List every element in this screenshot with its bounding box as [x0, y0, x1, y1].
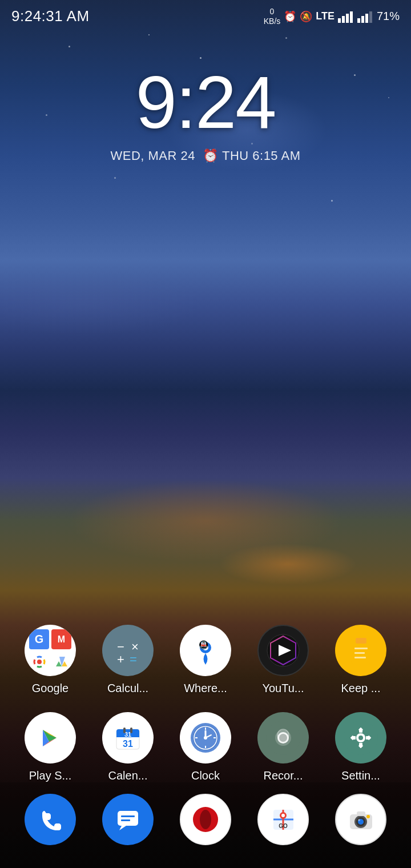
svg-text:31: 31	[123, 739, 133, 749]
svg-rect-27	[354, 657, 366, 658]
svg-point-75	[200, 810, 211, 829]
svg-rect-2	[346, 14, 349, 23]
status-icons: 0KB/s ⏰ 🔕 LTE 71%	[264, 7, 400, 26]
calendar-app[interactable]: 31 31 Calen...	[95, 712, 161, 782]
svg-rect-39	[123, 728, 126, 733]
google-app[interactable]: G M	[18, 625, 83, 695]
battery-level: 71%	[377, 10, 400, 23]
camera-dock[interactable]	[335, 794, 386, 845]
svg-text:🚇: 🚇	[199, 640, 209, 650]
messages-dock[interactable]	[102, 794, 154, 845]
svg-rect-3	[350, 11, 353, 23]
svg-marker-70	[119, 826, 126, 830]
youtube-app[interactable]: YouTu...	[251, 625, 316, 695]
svg-text:GO: GO	[279, 823, 288, 829]
svg-rect-7	[369, 11, 372, 23]
status-bar: 9:24:31 AM 0KB/s ⏰ 🔕 LTE 71%	[0, 0, 411, 31]
svg-point-52	[204, 736, 207, 740]
svg-point-89	[366, 815, 370, 818]
whereis-app[interactable]: 🚇 Where...	[173, 625, 239, 695]
settings-label: Settin...	[341, 769, 380, 782]
svg-point-87	[358, 819, 360, 821]
recorder-label: Recor...	[264, 769, 303, 782]
google-label: Google	[32, 682, 69, 695]
mute-icon: 🔕	[300, 10, 312, 23]
google-icon: G M	[25, 625, 76, 676]
recorder-icon	[257, 712, 309, 763]
settings-icon	[335, 712, 386, 763]
youtube-icon	[257, 625, 309, 676]
opera-icon	[180, 794, 231, 845]
svg-point-60	[358, 736, 363, 740]
phone-dock[interactable]	[25, 794, 76, 845]
svg-text:+: +	[117, 652, 124, 666]
calculator-label: Calcul...	[107, 682, 148, 695]
calculator-app[interactable]: − × + = Calcul...	[95, 625, 161, 695]
clock-display: 9:24 WED, MAR 24 ⏰ THU 6:15 AM	[0, 31, 411, 163]
svg-rect-72	[121, 819, 130, 821]
svg-rect-69	[118, 811, 138, 826]
opera-dock[interactable]	[180, 794, 231, 845]
svg-rect-88	[357, 811, 365, 816]
svg-rect-5	[361, 16, 364, 23]
app-row-1: G M	[11, 625, 400, 695]
clock-app-icon	[180, 712, 231, 763]
calculator-icon: − × + =	[102, 625, 154, 676]
settings-app[interactable]: Settin...	[328, 712, 394, 782]
alarm-icon: ⏰	[284, 10, 296, 23]
clock-date: WED, MAR 24 ⏰ THU 6:15 AM	[0, 148, 411, 163]
messages-icon	[102, 794, 154, 845]
clock-app[interactable]: Clock	[173, 712, 239, 782]
svg-rect-26	[354, 652, 365, 654]
opera-go-icon: GO	[257, 794, 309, 845]
playstore-app[interactable]: Play S...	[18, 712, 83, 782]
signal-bars	[338, 10, 354, 23]
svg-point-80	[281, 814, 285, 817]
phone-icon	[25, 794, 76, 845]
playstore-icon	[25, 712, 76, 763]
lte-label: LTE	[316, 10, 335, 22]
opera-go-dock[interactable]: GO	[257, 794, 309, 845]
svg-text:=: =	[130, 652, 137, 666]
calendar-label: Calen...	[108, 769, 148, 782]
svg-point-57	[279, 734, 287, 742]
keep-icon	[335, 625, 386, 676]
svg-rect-0	[338, 18, 341, 23]
data-speed: 0KB/s	[264, 7, 281, 26]
clock-app-label: Clock	[191, 769, 220, 782]
camera-icon	[335, 794, 386, 845]
whereis-icon: 🚇	[180, 625, 231, 676]
recorder-app[interactable]: Recor...	[251, 712, 316, 782]
whereis-label: Where...	[184, 682, 227, 695]
status-time: 9:24:31 AM	[11, 7, 90, 25]
svg-rect-71	[121, 815, 135, 817]
svg-rect-25	[354, 648, 368, 649]
svg-rect-4	[357, 18, 360, 23]
keep-label: Keep ...	[341, 682, 381, 695]
svg-rect-24	[356, 638, 366, 644]
keep-app[interactable]: Keep ...	[328, 625, 394, 695]
clock-time: 9:24	[0, 65, 411, 139]
app-row-2: Play S... 31 31 Calen...	[11, 712, 400, 782]
calendar-icon: 31 31	[102, 712, 154, 763]
svg-rect-40	[130, 728, 132, 733]
playstore-label: Play S...	[29, 769, 71, 782]
youtube-label: YouTu...	[262, 682, 304, 695]
svg-rect-6	[365, 14, 368, 23]
signal-bars2	[357, 10, 373, 23]
svg-rect-1	[342, 16, 345, 23]
dock: GO	[0, 782, 411, 868]
app-grid: G M	[0, 625, 411, 799]
